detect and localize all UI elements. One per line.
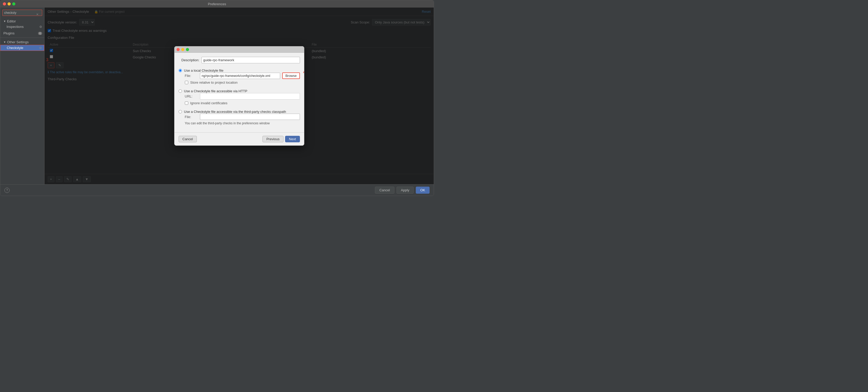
expand-arrow-other-icon: ▼ bbox=[3, 41, 6, 44]
url-label: URL: bbox=[185, 94, 198, 98]
radio-option-local: Use a local Checkstyle file File: Browse… bbox=[179, 68, 300, 87]
footer: ? Cancel Apply OK bbox=[0, 184, 434, 196]
modal-ignore-cert-row: Ignore invalid certificates bbox=[179, 101, 300, 105]
sidebar-item-plugins[interactable]: Plugins 6 bbox=[0, 30, 44, 36]
minimize-button[interactable] bbox=[7, 2, 11, 5]
classpath-file-label: File: bbox=[185, 115, 198, 119]
modal-cancel-button[interactable]: Cancel bbox=[179, 136, 197, 142]
radio-http[interactable] bbox=[179, 89, 182, 93]
clear-search-icon[interactable]: ✕ bbox=[36, 13, 38, 16]
main-content: ✕ 1 ▼ Editor Inspections ⚙ Plugins bbox=[0, 7, 434, 184]
modal-minimize-button[interactable] bbox=[181, 48, 184, 51]
other-settings-label: Other Settings bbox=[7, 40, 29, 44]
ignore-cert-checkbox[interactable] bbox=[185, 102, 188, 105]
modal-info-text: You can edit the third-party checks in t… bbox=[179, 121, 300, 125]
store-relative-checkbox[interactable] bbox=[185, 81, 188, 84]
sidebar-item-editor[interactable]: ▼ Editor bbox=[0, 19, 44, 24]
store-relative-label: Store relative to project location bbox=[190, 81, 238, 84]
radio-classpath[interactable] bbox=[179, 110, 182, 113]
modal-store-relative-row: Store relative to project location bbox=[179, 81, 300, 84]
modal-classpath-file-row: File: bbox=[179, 114, 300, 120]
plugins-badge: 6 bbox=[38, 32, 42, 35]
help-button[interactable]: ? bbox=[4, 188, 10, 193]
footer-buttons: Cancel Apply OK bbox=[375, 187, 430, 194]
sidebar-item-inspections[interactable]: Inspections ⚙ bbox=[0, 24, 44, 29]
plugins-label: Plugins bbox=[3, 31, 14, 35]
modal-dialog: Description: Use a local Checkstyle file bbox=[174, 46, 304, 146]
classpath-file-input[interactable] bbox=[200, 114, 300, 120]
gear-icon: ⚙ bbox=[39, 25, 42, 29]
url-input[interactable] bbox=[200, 93, 300, 100]
radio-classpath-label: Use a Checkstyle file accessible via the… bbox=[184, 110, 286, 114]
sidebar-divider bbox=[0, 37, 44, 38]
modal-close-button[interactable] bbox=[177, 48, 180, 51]
editor-section: ▼ Editor Inspections ⚙ bbox=[0, 18, 44, 30]
modal-footer: Cancel Previous Next bbox=[175, 132, 304, 145]
title-bar: Preferences bbox=[0, 0, 434, 7]
checkstyle-label: Checkstyle bbox=[7, 46, 24, 50]
apply-button[interactable]: Apply bbox=[397, 187, 414, 194]
file-label: File: bbox=[185, 74, 198, 78]
ignore-cert-label: Ignore invalid certificates bbox=[190, 101, 227, 105]
modal-description-row: Description: bbox=[179, 57, 300, 63]
modal-description-label: Description: bbox=[179, 58, 199, 62]
modal-radio-group: Use a local Checkstyle file File: Browse… bbox=[179, 66, 300, 128]
plugins-section: Plugins 6 bbox=[0, 30, 44, 36]
radio-http-label: Use a Checkstyle file accessible via HTT… bbox=[184, 89, 247, 93]
checkstyle-gear-icon: ⚙ bbox=[39, 46, 42, 50]
modal-maximize-button[interactable] bbox=[186, 48, 189, 51]
search-box: ✕ 1 bbox=[0, 7, 44, 18]
cancel-button[interactable]: Cancel bbox=[375, 187, 394, 194]
sidebar-item-checkstyle[interactable]: Checkstyle ⚙ 2 bbox=[0, 45, 44, 51]
radio-option-classpath: Use a Checkstyle file accessible via the… bbox=[179, 110, 300, 126]
preferences-window: Preferences ✕ 1 ▼ Editor Inspections ⚙ bbox=[0, 0, 434, 196]
radio-local[interactable] bbox=[179, 69, 182, 72]
close-button[interactable] bbox=[3, 2, 6, 5]
ok-button[interactable]: OK bbox=[416, 187, 430, 194]
modal-next-button[interactable]: Next bbox=[285, 136, 300, 142]
browse-button[interactable]: Browse bbox=[282, 73, 300, 79]
file-input[interactable] bbox=[200, 73, 280, 79]
modal-nav-buttons: Previous Next bbox=[262, 136, 300, 142]
modal-body: Description: Use a local Checkstyle file bbox=[175, 53, 304, 132]
modal-url-row: URL: bbox=[179, 93, 300, 100]
modal-description-input[interactable] bbox=[202, 57, 300, 63]
other-settings-section: ▼ Other Settings Checkstyle ⚙ 2 bbox=[0, 39, 44, 51]
modal-previous-button[interactable]: Previous bbox=[262, 136, 283, 142]
radio-option-http: Use a Checkstyle file accessible via HTT… bbox=[179, 89, 300, 107]
modal-overlay: Description: Use a local Checkstyle file bbox=[44, 7, 434, 184]
inspections-label: Inspections bbox=[6, 25, 24, 29]
expand-arrow-icon: ▼ bbox=[3, 20, 6, 23]
editor-label: Editor bbox=[7, 19, 16, 23]
sidebar-item-other-settings[interactable]: ▼ Other Settings bbox=[0, 39, 44, 45]
annotation-4: 4 bbox=[303, 70, 304, 75]
sidebar: ✕ 1 ▼ Editor Inspections ⚙ Plugins bbox=[0, 7, 44, 184]
right-panel: Other Settings › Checkstyle 🔒 For curren… bbox=[44, 7, 434, 184]
maximize-button[interactable] bbox=[12, 2, 16, 5]
window-title: Preferences bbox=[208, 2, 226, 6]
modal-file-row: File: Browse 4 bbox=[179, 73, 300, 79]
radio-local-label: Use a local Checkstyle file bbox=[184, 68, 224, 73]
modal-title-bar bbox=[175, 47, 304, 53]
traffic-lights bbox=[3, 2, 16, 5]
